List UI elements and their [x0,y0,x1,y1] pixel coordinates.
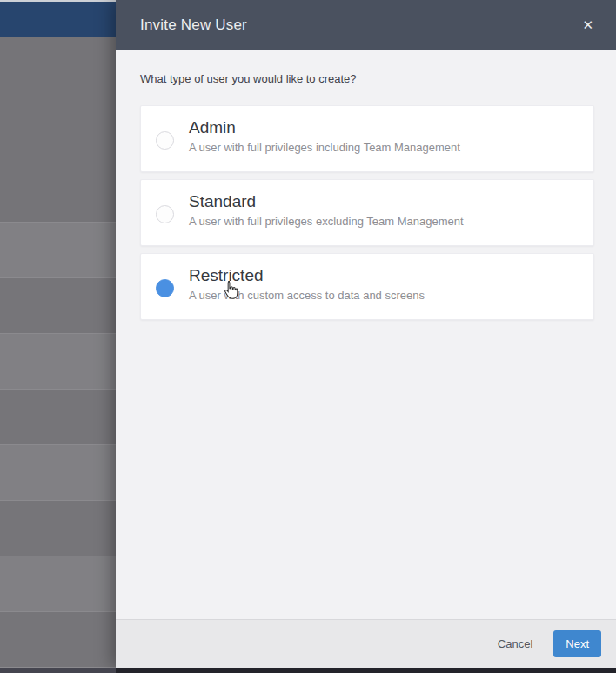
bottom-strip-right [116,668,616,673]
next-button[interactable]: Next [553,630,601,657]
modal-title: Invite New User [140,17,247,34]
option-text: Restricted A user with custom access to … [189,265,425,302]
bottom-strip [0,668,616,673]
user-type-options: Admin A user with full privileges includ… [140,105,594,320]
close-icon[interactable]: ✕ [577,13,599,37]
modal-header: Invite New User ✕ [116,0,616,50]
option-card-restricted[interactable]: Restricted A user with custom access to … [140,253,594,320]
option-text: Admin A user with full privileges includ… [189,117,460,154]
modal-footer: Cancel Next [116,619,616,668]
page-header-block [0,37,116,222]
option-card-standard[interactable]: Standard A user with full privileges exc… [140,179,594,246]
option-title: Restricted [189,265,425,285]
option-card-admin[interactable]: Admin A user with full privileges includ… [140,105,594,172]
radio-unselected-icon[interactable] [156,131,174,150]
table-rows-background [0,222,116,668]
app-topbar [0,2,116,37]
option-description: A user with custom access to data and sc… [189,289,425,302]
option-title: Admin [189,117,460,137]
option-description: A user with full privileges including Te… [189,141,460,154]
screen: Invite New User ✕ What type of user you … [0,0,616,673]
bottom-strip-left [0,668,116,673]
option-title: Standard [189,191,464,211]
radio-selected-icon[interactable] [156,279,174,297]
question-text: What type of user you would like to crea… [140,72,594,85]
radio-unselected-icon[interactable] [156,205,174,223]
modal-body: What type of user you would like to crea… [116,50,616,619]
option-text: Standard A user with full privileges exc… [189,191,464,228]
invite-new-user-modal: Invite New User ✕ What type of user you … [116,0,616,668]
option-description: A user with full privileges excluding Te… [189,215,464,228]
cancel-button[interactable]: Cancel [496,632,534,656]
